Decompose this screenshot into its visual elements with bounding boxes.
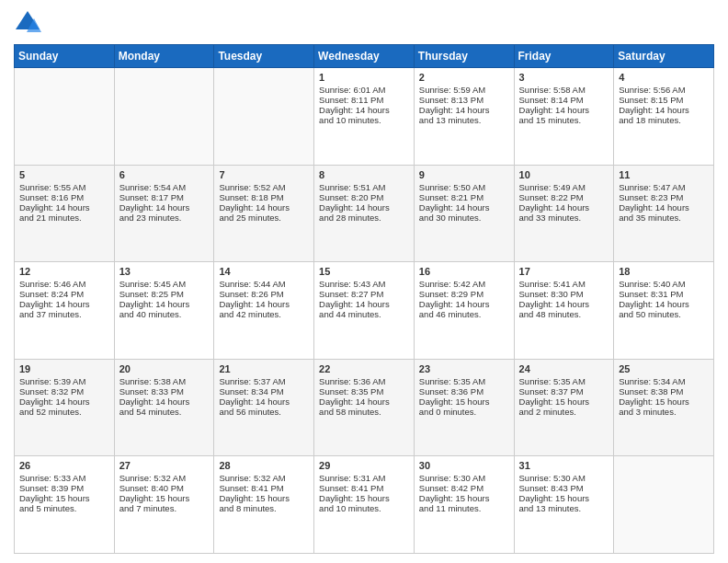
day-info-line: Daylight: 15 hours [619,396,709,407]
calendar-cell: 5Sunrise: 5:55 AMSunset: 8:16 PMDaylight… [15,165,115,262]
day-number: 14 [219,266,309,277]
day-info-line: and 25 minutes. [219,213,309,223]
calendar-cell: 10Sunrise: 5:49 AMSunset: 8:22 PMDayligh… [514,165,614,262]
col-header-sunday: Sunday [15,45,115,68]
day-number: 21 [219,363,309,374]
day-info-line: Sunset: 8:43 PM [519,483,609,493]
day-info-line: and 33 minutes. [519,213,609,223]
day-number: 17 [519,266,609,277]
day-info-line: Sunset: 8:11 PM [319,95,409,105]
day-info-line: Daylight: 14 hours [419,299,509,309]
day-number: 25 [619,363,709,374]
day-info-line: Sunrise: 5:34 AM [619,376,709,386]
calendar-cell [214,68,314,166]
day-number: 29 [319,460,409,471]
calendar-cell: 4Sunrise: 5:56 AMSunset: 8:15 PMDaylight… [614,68,714,166]
calendar-cell: 13Sunrise: 5:45 AMSunset: 8:25 PMDayligh… [114,262,214,360]
week-row-3: 19Sunrise: 5:39 AMSunset: 8:32 PMDayligh… [15,359,714,456]
calendar-cell: 25Sunrise: 5:34 AMSunset: 8:38 PMDayligh… [614,359,714,456]
day-info-line: Sunrise: 5:30 AM [419,473,509,483]
calendar-cell: 18Sunrise: 5:40 AMSunset: 8:31 PMDayligh… [614,262,714,360]
day-info-line: Sunset: 8:14 PM [519,95,609,105]
calendar-cell: 19Sunrise: 5:39 AMSunset: 8:32 PMDayligh… [15,359,115,456]
day-info-line: Sunrise: 5:41 AM [519,279,609,289]
col-header-monday: Monday [114,45,214,68]
calendar-cell: 3Sunrise: 5:58 AMSunset: 8:14 PMDaylight… [514,68,614,166]
calendar-cell: 7Sunrise: 5:52 AMSunset: 8:18 PMDaylight… [214,165,314,262]
day-number: 24 [519,363,609,374]
day-info-line: Sunset: 8:24 PM [19,289,109,299]
calendar-cell: 24Sunrise: 5:35 AMSunset: 8:37 PMDayligh… [514,359,614,456]
day-info-line: Sunset: 8:20 PM [319,192,409,202]
day-info-line: Sunset: 8:32 PM [19,386,109,396]
day-info-line: Daylight: 14 hours [119,202,210,213]
calendar-cell: 12Sunrise: 5:46 AMSunset: 8:24 PMDayligh… [15,262,115,360]
day-info-line: Daylight: 15 hours [19,493,109,503]
day-info-line: and 28 minutes. [319,213,409,223]
day-info-line: Daylight: 14 hours [419,105,509,115]
day-info-line: Sunset: 8:42 PM [419,483,509,493]
day-info-line: Sunrise: 5:49 AM [519,182,609,192]
day-info-line: Sunset: 8:18 PM [219,192,309,202]
calendar-cell: 15Sunrise: 5:43 AMSunset: 8:27 PMDayligh… [314,262,415,360]
day-info-line: Daylight: 14 hours [619,105,709,115]
day-info-line: Sunrise: 5:45 AM [119,279,210,289]
col-header-friday: Friday [514,45,614,68]
day-number: 12 [19,266,109,277]
day-number: 2 [419,72,509,83]
day-number: 11 [619,169,709,180]
day-info-line: Daylight: 14 hours [319,299,409,309]
day-number: 10 [519,169,609,180]
day-info-line: and 15 minutes. [519,115,609,125]
day-info-line: Sunrise: 5:55 AM [19,182,109,192]
day-info-line: and 48 minutes. [519,309,609,319]
calendar-table: SundayMondayTuesdayWednesdayThursdayFrid… [14,44,714,554]
day-info-line: Sunset: 8:15 PM [619,95,709,105]
day-number: 20 [119,363,210,374]
day-info-line: Sunset: 8:39 PM [19,483,109,493]
day-number: 23 [419,363,509,374]
day-info-line: and 8 minutes. [219,503,309,513]
day-info-line: Daylight: 14 hours [19,202,109,213]
calendar-cell: 22Sunrise: 5:36 AMSunset: 8:35 PMDayligh… [314,359,415,456]
day-info-line: Sunrise: 5:47 AM [619,182,709,192]
calendar-cell: 9Sunrise: 5:50 AMSunset: 8:21 PMDaylight… [414,165,514,262]
day-info-line: Daylight: 14 hours [519,202,609,213]
calendar-cell: 29Sunrise: 5:31 AMSunset: 8:41 PMDayligh… [314,456,415,554]
day-info-line: Sunrise: 5:40 AM [619,279,709,289]
day-info-line: Sunrise: 5:33 AM [19,473,109,483]
day-info-line: Sunrise: 5:38 AM [119,376,210,386]
day-info-line: Sunset: 8:29 PM [419,289,509,299]
day-info-line: Sunset: 8:26 PM [219,289,309,299]
day-info-line: Daylight: 14 hours [519,299,609,309]
day-info-line: Daylight: 14 hours [619,202,709,213]
day-info-line: Sunrise: 5:52 AM [219,182,309,192]
day-info-line: Sunset: 8:21 PM [419,192,509,202]
day-info-line: Daylight: 15 hours [319,493,409,503]
day-info-line: Sunrise: 5:43 AM [319,279,409,289]
day-info-line: Daylight: 15 hours [119,493,210,503]
calendar-cell: 11Sunrise: 5:47 AMSunset: 8:23 PMDayligh… [614,165,714,262]
day-info-line: Sunrise: 5:44 AM [219,279,309,289]
day-info-line: Sunrise: 5:30 AM [519,473,609,483]
calendar-cell: 2Sunrise: 5:59 AMSunset: 8:13 PMDaylight… [414,68,514,166]
day-info-line: and 11 minutes. [419,503,509,513]
day-number: 3 [519,72,609,83]
day-info-line: Sunset: 8:25 PM [119,289,210,299]
day-number: 4 [619,72,709,83]
logo-icon [14,9,41,37]
day-number: 30 [419,460,509,471]
calendar-cell: 26Sunrise: 5:33 AMSunset: 8:39 PMDayligh… [15,456,115,554]
calendar-cell: 23Sunrise: 5:35 AMSunset: 8:36 PMDayligh… [414,359,514,456]
day-info-line: Daylight: 14 hours [319,396,409,407]
week-row-4: 26Sunrise: 5:33 AMSunset: 8:39 PMDayligh… [15,456,714,554]
day-info-line: and 46 minutes. [419,309,509,319]
header [14,9,714,37]
day-info-line: Sunrise: 5:46 AM [19,279,109,289]
calendar-cell: 27Sunrise: 5:32 AMSunset: 8:40 PMDayligh… [114,456,214,554]
calendar-cell [15,68,115,166]
logo [14,9,45,37]
day-info-line: Sunset: 8:31 PM [619,289,709,299]
col-header-thursday: Thursday [414,45,514,68]
day-info-line: Sunrise: 5:54 AM [119,182,210,192]
